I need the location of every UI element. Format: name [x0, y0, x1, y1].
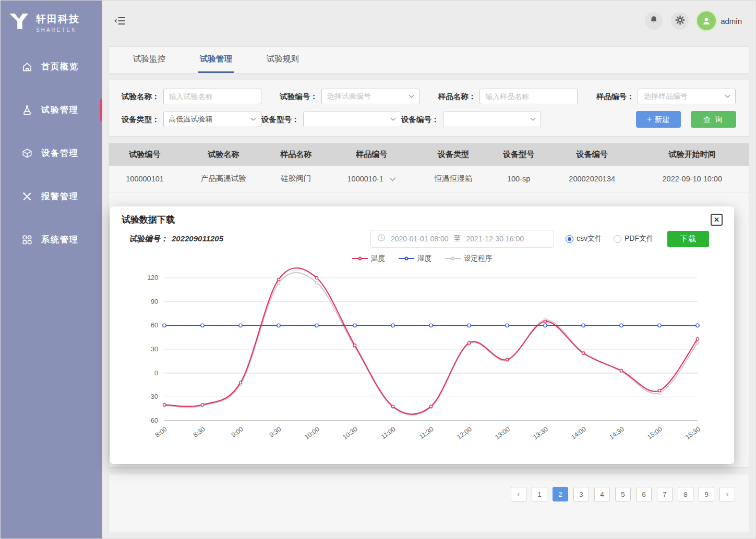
device-type-label: 设备类型：: [122, 115, 160, 125]
modal-title: 试验数据下载: [122, 214, 175, 226]
chevron-down-icon: [390, 118, 396, 121]
date-end: 2021-12-30 16:00: [466, 235, 524, 243]
sidebar-item-label: 试验管理: [41, 105, 79, 116]
sidebar-item-label: 系统管理: [41, 235, 79, 246]
page-button-1[interactable]: 1: [532, 487, 547, 501]
cube-icon: [21, 148, 33, 159]
svg-text:90: 90: [151, 298, 158, 305]
test-no-label: 试验编号：: [280, 92, 318, 102]
page-button-3[interactable]: 3: [573, 487, 589, 501]
sidebar: 轩田科技 SHARETEK 首页概览 试验管理 设备管理: [1, 1, 102, 538]
legend-item-设定程序[interactable]: 设定程序: [445, 254, 492, 263]
radio-pdf[interactable]: PDF文件: [614, 234, 654, 243]
svg-text:9:00: 9:00: [230, 425, 245, 439]
legend-line-icon: [445, 255, 461, 262]
sidebar-item-home[interactable]: 首页概览: [1, 53, 102, 81]
svg-text:10:30: 10:30: [341, 425, 359, 441]
filter-panel: 试验名称： 试验编号： 选择试验编号 样品名称：: [109, 80, 749, 137]
legend-item-温度[interactable]: 温度: [352, 254, 385, 263]
svg-text:11:00: 11:00: [380, 425, 397, 440]
test-no-select[interactable]: 选择试验编号: [321, 89, 419, 104]
device-no-label: 设备编号：: [401, 115, 439, 125]
pagination: ‹ 1 2 3 4 5 6 7 8 9 ›: [109, 474, 749, 501]
plus-icon: +: [647, 115, 652, 124]
next-page-button[interactable]: ›: [719, 487, 735, 501]
clock-icon: [377, 234, 386, 244]
bell-icon: [649, 15, 658, 27]
close-button[interactable]: ✕: [711, 214, 723, 226]
new-button[interactable]: + 新建: [636, 111, 681, 128]
page-button-8[interactable]: 8: [678, 487, 693, 501]
page-button-5[interactable]: 5: [615, 487, 631, 501]
radio-csv[interactable]: csv文件: [566, 234, 602, 243]
svg-text:14:30: 14:30: [608, 425, 626, 441]
settings-button[interactable]: [671, 12, 689, 30]
chevron-down-icon: [725, 95, 730, 99]
col-header-device-no: 设备编号: [548, 143, 636, 166]
page-button-9[interactable]: 9: [699, 487, 714, 501]
legend-line-icon: [399, 255, 414, 262]
download-dialog: 试验数据下载 ✕ 试验编号： 202209011205 2020-01-01 0…: [110, 206, 734, 464]
prev-page-button[interactable]: ‹: [511, 487, 526, 501]
svg-text:15:30: 15:30: [684, 425, 702, 441]
device-type-select[interactable]: 高低温试验箱: [163, 112, 261, 127]
row-expand-icon[interactable]: [389, 177, 396, 181]
username-label: admin: [721, 17, 742, 26]
pagination-panel: ‹ 1 2 3 4 5 6 7 8 9 ›: [109, 474, 749, 532]
flask-icon: [21, 104, 33, 116]
app-window: 轩田科技 SHARETEK 首页概览 试验管理 设备管理: [0, 0, 756, 539]
sample-name-input[interactable]: [479, 89, 578, 104]
col-header-sample-no: 样品编号: [326, 143, 417, 166]
col-header-test-name: 试验名称: [181, 143, 266, 166]
query-button[interactable]: 查 询: [691, 111, 736, 128]
notification-bell-button[interactable]: [645, 12, 663, 30]
sidebar-item-test-management[interactable]: 试验管理: [1, 96, 102, 124]
date-range-picker[interactable]: 2020-01-01 08:00 至 2021-12-30 16:00: [370, 230, 554, 248]
svg-text:-30: -30: [149, 393, 158, 400]
sample-no-select[interactable]: 选择样品编号: [638, 89, 736, 104]
brand-logo-icon: [9, 13, 31, 32]
tabs-bar: 试验监控 试验管理 试验规则: [109, 46, 749, 74]
test-name-input[interactable]: [163, 89, 261, 104]
page-button-2[interactable]: 2: [553, 487, 568, 501]
test-name-label: 试验名称：: [122, 92, 160, 102]
chevron-down-icon: [409, 95, 414, 99]
col-header-test-no: 试验编号: [109, 143, 181, 166]
grid-icon: [21, 234, 33, 246]
close-icon: ✕: [714, 216, 719, 224]
date-start: 2020-01-01 08:00: [391, 235, 449, 243]
tab-test-rules[interactable]: 试验规则: [265, 47, 301, 73]
svg-text:60: 60: [151, 322, 158, 329]
main-area: admin 试验监控 试验管理 试验规则 试验名称： 试验编号：: [102, 1, 755, 538]
page-button-4[interactable]: 4: [594, 487, 610, 501]
svg-text:-60: -60: [149, 417, 158, 424]
svg-text:10:00: 10:00: [303, 425, 321, 441]
home-icon: [21, 61, 33, 72]
results-table: 试验编号 试验名称 样品名称 样品编号 设备类型 设备型号 设备编号 试验开始时…: [109, 143, 749, 192]
svg-text:8:30: 8:30: [192, 425, 207, 439]
device-no-select[interactable]: [443, 112, 541, 127]
user-menu[interactable]: admin: [697, 11, 742, 30]
svg-text:120: 120: [147, 274, 158, 281]
tab-test-monitor[interactable]: 试验监控: [131, 47, 167, 73]
sidebar-item-device-management[interactable]: 设备管理: [1, 139, 102, 167]
collapse-sidebar-icon[interactable]: [114, 16, 126, 26]
page-button-7[interactable]: 7: [657, 487, 673, 501]
device-model-label: 设备型号：: [261, 115, 299, 125]
svg-text:12:00: 12:00: [455, 425, 473, 441]
legend-item-湿度[interactable]: 湿度: [399, 254, 431, 263]
legend-line-icon: [352, 255, 368, 262]
page-button-6[interactable]: 6: [636, 487, 652, 501]
sidebar-item-system-management[interactable]: 系统管理: [1, 226, 102, 254]
download-button[interactable]: 下载: [667, 231, 709, 247]
tab-test-management[interactable]: 试验管理: [198, 47, 234, 73]
sidebar-item-alarm-management[interactable]: 报警管理: [1, 182, 102, 211]
chart: -60-3003060901208:008:309:009:3010:0010:…: [122, 264, 723, 449]
device-model-select[interactable]: [303, 112, 401, 127]
table-row[interactable]: 100000101 产品高温试验 硅胶阀门 1000010-1 恒温恒湿箱 10…: [109, 166, 749, 192]
svg-text:30: 30: [151, 346, 158, 353]
chart-legend: 温度湿度设定程序: [122, 254, 723, 263]
col-header-sample-name: 样品名称: [267, 143, 326, 166]
sidebar-item-label: 报警管理: [41, 191, 79, 202]
avatar: [697, 11, 716, 30]
